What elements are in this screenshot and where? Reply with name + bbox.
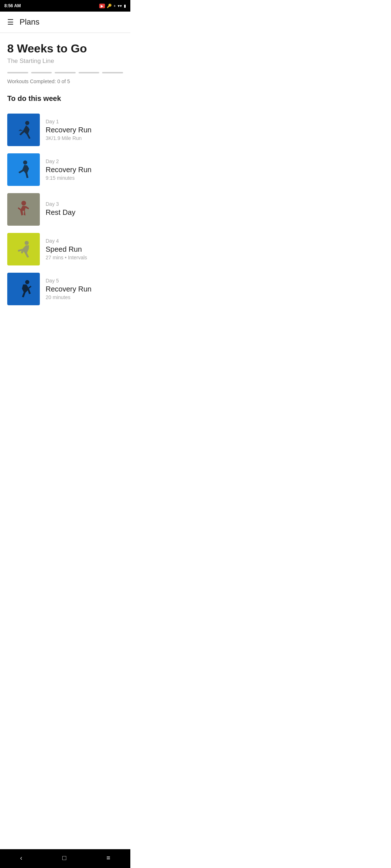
workout-day-label-1: Day 1: [46, 119, 92, 124]
main-content: 8 Weeks to Go The Starting Line Workouts…: [0, 33, 130, 316]
workout-day-label-5: Day 5: [46, 278, 92, 284]
workout-thumbnail-day3: [7, 193, 40, 226]
progress-bar-5: [102, 72, 123, 73]
rest-icon-day3: [12, 198, 35, 221]
workout-info-day3: Day 3 Rest Day: [46, 201, 75, 218]
workout-item-day2[interactable]: Day 2 Recovery Run 9:15 minutes: [7, 150, 123, 190]
runner-icon-day5: [12, 277, 35, 301]
workout-detail-1: 3K/1.9 Mile Run: [46, 135, 92, 141]
workout-detail-4: 27 mins • Intervals: [46, 255, 87, 260]
battery-icon: ▮: [124, 4, 126, 8]
svg-point-0: [25, 121, 29, 125]
workout-thumbnail-day4: [7, 233, 40, 265]
workout-name-4: Speed Run: [46, 244, 87, 254]
progress-bar-4: [79, 72, 100, 73]
status-bar: 8:56 AM ▶ 🔑 + ▾▾ ▮: [0, 0, 130, 12]
workout-name-2: Recovery Run: [46, 165, 92, 174]
workout-day-label-3: Day 3: [46, 201, 75, 207]
workout-info-day5: Day 5 Recovery Run 20 minutes: [46, 278, 92, 300]
workout-name-3: Rest Day: [46, 208, 75, 217]
svg-point-1: [23, 160, 27, 164]
workout-item-day1[interactable]: Day 1 Recovery Run 3K/1.9 Mile Run: [7, 110, 123, 150]
workout-item-day4[interactable]: Day 4 Speed Run 27 mins • Intervals: [7, 229, 123, 269]
app-header: ☰ Plans: [0, 12, 130, 33]
svg-point-2: [21, 201, 26, 205]
progress-bar-1: [7, 72, 28, 73]
key-icon: 🔑: [107, 4, 112, 8]
workouts-completed: Workouts Completed: 0 of 5: [7, 78, 123, 84]
hamburger-menu-icon[interactable]: ☰: [7, 18, 14, 26]
wifi-icon: ▾▾: [118, 4, 122, 8]
workout-info-day2: Day 2 Recovery Run 9:15 minutes: [46, 158, 92, 181]
workout-info-day1: Day 1 Recovery Run 3K/1.9 Mile Run: [46, 119, 92, 141]
workout-thumbnail-day2: [7, 153, 40, 186]
workout-thumbnail-day1: [7, 114, 40, 146]
workout-info-day4: Day 4 Speed Run 27 mins • Intervals: [46, 238, 87, 260]
workout-day-label-4: Day 4: [46, 238, 87, 244]
video-record-icon: ▶: [99, 4, 105, 8]
workout-detail-2: 9:15 minutes: [46, 175, 92, 181]
weeks-title: 8 Weeks to Go: [7, 42, 123, 55]
runner-icon-day2: [12, 158, 35, 182]
workout-detail-5: 20 minutes: [46, 294, 92, 300]
plan-subtitle: The Starting Line: [7, 58, 123, 65]
status-icons: ▶ 🔑 + ▾▾ ▮: [99, 4, 126, 8]
progress-bar-3: [55, 72, 76, 73]
svg-point-3: [24, 241, 28, 245]
workout-name-1: Recovery Run: [46, 125, 92, 135]
svg-point-4: [25, 280, 29, 284]
workout-day-label-2: Day 2: [46, 158, 92, 164]
page-title: Plans: [20, 17, 39, 27]
progress-bars: [7, 72, 123, 73]
runner-icon-day4: [12, 238, 35, 261]
progress-bar-2: [31, 72, 52, 73]
workout-list: Day 1 Recovery Run 3K/1.9 Mile Run Day 2…: [7, 110, 123, 309]
workout-name-5: Recovery Run: [46, 284, 92, 294]
bluetooth-icon: +: [114, 4, 116, 8]
workout-item-day3[interactable]: Day 3 Rest Day: [7, 190, 123, 229]
section-title: To do this week: [7, 94, 123, 103]
workout-thumbnail-day5: [7, 273, 40, 305]
workout-item-day5[interactable]: Day 5 Recovery Run 20 minutes: [7, 269, 123, 309]
runner-icon-day1: [12, 118, 35, 142]
status-time: 8:56 AM: [4, 3, 21, 8]
